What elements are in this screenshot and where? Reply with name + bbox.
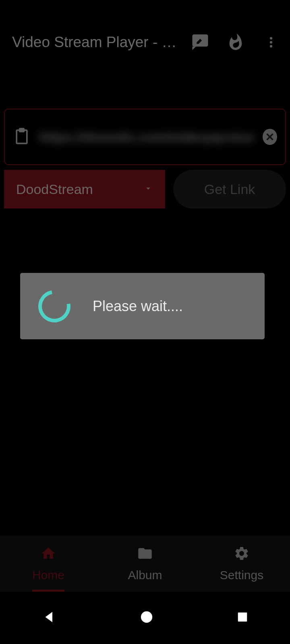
nav-label: Settings: [220, 568, 263, 582]
more-icon[interactable]: [257, 28, 285, 56]
svg-rect-6: [20, 129, 24, 132]
clear-input-button[interactable]: [263, 129, 277, 145]
svg-rect-10: [238, 613, 247, 622]
trending-icon[interactable]: [222, 28, 250, 56]
get-link-label: Get Link: [204, 182, 255, 197]
spinner-icon: [32, 284, 77, 328]
dialog-message: Please wait....: [93, 298, 183, 315]
status-bar: [0, 0, 290, 20]
provider-dropdown[interactable]: DoodStream: [4, 170, 165, 208]
chevron-down-icon: [143, 184, 153, 195]
bottom-nav: Home Album Settings: [0, 535, 290, 592]
main-content: https://dooods.com/e/abcpqrstuv DoodStre…: [0, 64, 290, 208]
system-nav-bar: [0, 592, 290, 644]
url-text: https://dooods.com/e/abcpqrstuv: [39, 129, 255, 145]
feedback-icon[interactable]: [186, 28, 214, 56]
provider-label: DoodStream: [16, 182, 93, 197]
app-bar: Video Stream Player - D…: [0, 20, 290, 64]
gear-icon: [234, 545, 250, 564]
svg-point-2: [270, 37, 272, 39]
app-title: Video Stream Player - D…: [12, 34, 179, 51]
home-button[interactable]: [140, 610, 153, 625]
folder-icon: [137, 545, 153, 564]
url-input-box[interactable]: https://dooods.com/e/abcpqrstuv: [4, 109, 286, 165]
nav-label: Home: [32, 568, 64, 582]
nav-label: Album: [128, 568, 162, 582]
svg-point-4: [270, 45, 272, 47]
recent-button[interactable]: [236, 611, 249, 625]
nav-home[interactable]: Home: [0, 536, 97, 592]
nav-settings[interactable]: Settings: [193, 536, 290, 592]
get-link-button[interactable]: Get Link: [173, 170, 286, 208]
back-button[interactable]: [41, 609, 57, 626]
loading-dialog: Please wait....: [20, 273, 265, 339]
clipboard-icon[interactable]: [13, 126, 31, 148]
home-icon: [40, 545, 56, 564]
svg-point-3: [270, 41, 272, 43]
nav-album[interactable]: Album: [97, 536, 193, 592]
svg-marker-1: [193, 47, 196, 50]
svg-point-9: [141, 611, 152, 623]
